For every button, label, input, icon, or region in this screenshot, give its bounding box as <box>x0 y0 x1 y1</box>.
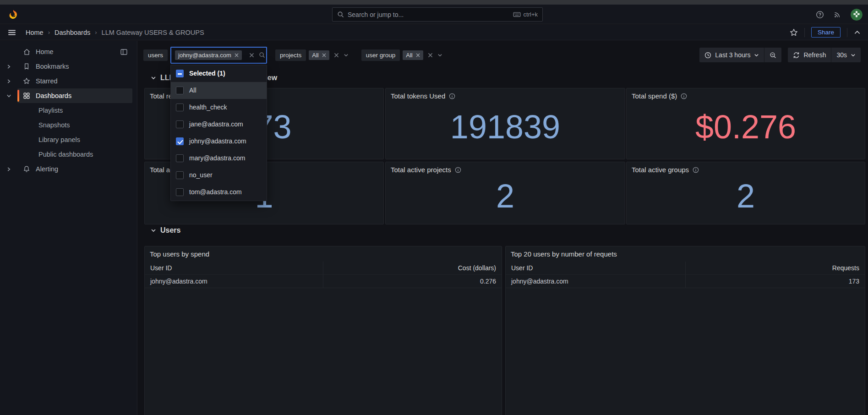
breadcrumb-bar: Home › Dashboards › LLM Gateway USERS & … <box>0 25 868 40</box>
dock-sidebar-icon[interactable] <box>120 48 128 56</box>
zoom-out-icon <box>770 52 776 59</box>
search-shortcut-hint: ctrl+k <box>513 11 538 18</box>
projects-value-chip[interactable]: All <box>309 50 329 60</box>
breadcrumb-home[interactable]: Home <box>26 29 44 36</box>
share-button[interactable]: Share <box>811 27 841 38</box>
grafana-logo-icon[interactable] <box>8 9 19 20</box>
news-icon[interactable] <box>833 11 841 19</box>
table-header-row: User ID Cost (dollars) <box>145 262 502 275</box>
chevron-right-icon[interactable] <box>0 167 17 172</box>
search-icon <box>337 11 344 18</box>
column-header[interactable]: User ID <box>145 262 323 274</box>
sidebar-item-snapshots[interactable]: Snapshots <box>0 118 137 132</box>
checkbox-unchecked[interactable] <box>176 104 184 111</box>
panel-total-active-groups: Total active groups 2 <box>626 162 865 224</box>
sidebar-item-playlists[interactable]: Playlists <box>0 103 137 118</box>
projects-filter: projects All <box>275 49 353 61</box>
dropdown-option[interactable]: johny@adastra.com <box>171 133 267 150</box>
search-placeholder: Search or jump to... <box>348 11 509 18</box>
dropdown-option-selected[interactable]: Selected (1) <box>171 65 267 82</box>
column-header[interactable]: User ID <box>506 262 686 274</box>
sidebar-item-alerting[interactable]: Alerting <box>0 162 137 176</box>
chevron-down-icon <box>754 53 759 58</box>
user-group-value-chip[interactable]: All <box>403 50 423 60</box>
sidebar-item-library-panels[interactable]: Library panels <box>0 132 137 147</box>
table-row: johny@adastra.com 173 <box>506 275 865 288</box>
chevron-right-icon[interactable] <box>0 64 17 69</box>
breadcrumb-separator: › <box>95 29 97 36</box>
dashboard-actions: Share <box>790 27 861 38</box>
panel-header[interactable]: Total spend ($) <box>627 88 865 100</box>
selected-user-chip[interactable]: johny@adastra.com <box>175 50 242 60</box>
collapse-toolbar-icon[interactable] <box>854 29 861 36</box>
column-header[interactable]: Cost (dollars) <box>323 262 502 274</box>
star-dashboard-icon[interactable] <box>790 28 798 37</box>
sidebar: Home Bookmarks <box>0 41 137 415</box>
table-cell: johny@adastra.com <box>145 275 323 288</box>
refresh-button[interactable]: Refresh <box>788 48 831 62</box>
chevron-down-icon[interactable] <box>437 53 442 58</box>
checkbox-checked[interactable] <box>176 137 184 145</box>
zoom-out-time-button[interactable] <box>764 48 781 62</box>
users-filter-combobox[interactable]: johny@adastra.com Selected (1) <box>170 47 267 64</box>
time-range-picker[interactable]: Last 3 hours <box>699 48 764 62</box>
sidebar-item-dashboards[interactable]: Dashboards <box>0 88 137 103</box>
table-cell: 173 <box>686 275 865 288</box>
checkbox-indeterminate[interactable] <box>176 70 184 77</box>
stat-value: $0.276 <box>627 100 865 159</box>
table-header-row: User ID Requests <box>506 262 865 275</box>
user-avatar[interactable] <box>851 9 863 21</box>
info-icon[interactable] <box>693 167 699 173</box>
panel-header[interactable]: Total active groups <box>627 162 865 174</box>
clear-filter-icon[interactable] <box>249 53 254 58</box>
sidebar-item-bookmarks[interactable]: Bookmarks <box>0 59 137 74</box>
info-icon[interactable] <box>681 93 687 99</box>
clear-filter-icon[interactable] <box>334 53 339 58</box>
breadcrumb-dashboards[interactable]: Dashboards <box>55 29 90 36</box>
table-cell: 0.276 <box>323 275 502 288</box>
checkbox-unchecked[interactable] <box>176 120 184 128</box>
dropdown-option-all[interactable]: All <box>171 82 267 99</box>
sidebar-item-starred[interactable]: Starred <box>0 74 137 88</box>
breadcrumb-separator: › <box>48 29 50 36</box>
dropdown-option[interactable]: health_check <box>171 99 267 116</box>
help-icon[interactable] <box>816 11 824 19</box>
dropdown-option[interactable]: no_user <box>171 167 267 184</box>
panel-header[interactable]: Total tokens Used <box>386 88 625 100</box>
chevron-down-icon[interactable] <box>0 93 17 98</box>
chevron-down-icon <box>151 228 156 233</box>
checkbox-unchecked[interactable] <box>176 154 184 162</box>
table: User ID Cost (dollars) johny@adastra.com… <box>145 262 502 288</box>
info-icon[interactable] <box>449 93 455 99</box>
menu-toggle-icon[interactable] <box>7 28 16 37</box>
remove-tag-icon[interactable] <box>235 53 239 57</box>
window-top-strip <box>0 0 868 5</box>
dropdown-option[interactable]: mary@adastra.com <box>171 150 267 167</box>
info-icon[interactable] <box>455 167 461 173</box>
remove-tag-icon[interactable] <box>416 53 420 57</box>
checkbox-unchecked[interactable] <box>176 87 184 94</box>
sidebar-item-home[interactable]: Home <box>0 44 137 59</box>
panel-header[interactable]: Total active projects <box>386 162 625 174</box>
panel-header[interactable]: Top users by spend <box>145 246 502 258</box>
dropdown-option[interactable]: tom@adastra.com <box>171 184 267 201</box>
remove-tag-icon[interactable] <box>322 53 326 57</box>
chevron-right-icon[interactable] <box>0 79 17 84</box>
filter-label-user-group: user group <box>361 49 400 61</box>
checkbox-unchecked[interactable] <box>176 188 184 196</box>
table: User ID Requests johny@adastra.com 173 <box>506 262 865 288</box>
panel-header[interactable]: Top 20 users by number of requets <box>506 246 865 258</box>
search-input[interactable]: Search or jump to... ctrl+k <box>332 7 543 22</box>
section-users-header[interactable]: Users <box>151 226 180 235</box>
checkbox-unchecked[interactable] <box>176 171 184 179</box>
breadcrumb: Home › Dashboards › LLM Gateway USERS & … <box>26 29 204 36</box>
users-filter-dropdown: Selected (1) All health_check jane@adast… <box>170 65 267 201</box>
sidebar-item-public-dashboards[interactable]: Public dashboards <box>0 147 137 162</box>
dropdown-option[interactable]: jane@adastra.com <box>171 116 267 133</box>
column-header[interactable]: Requests <box>686 262 865 274</box>
keyboard-icon <box>513 11 521 18</box>
refresh-interval-picker[interactable]: 30s <box>831 48 861 62</box>
table-cell: johny@adastra.com <box>506 275 686 288</box>
clear-filter-icon[interactable] <box>428 53 433 58</box>
chevron-down-icon[interactable] <box>344 53 349 58</box>
